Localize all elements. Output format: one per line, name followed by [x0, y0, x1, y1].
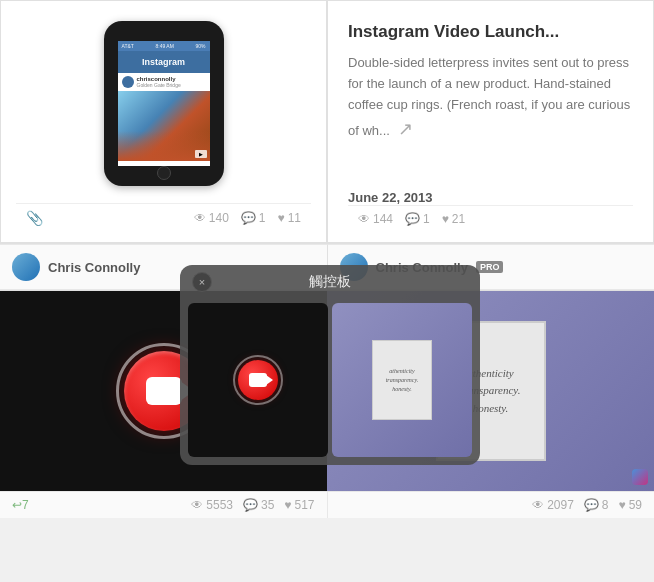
- heart-icon: ♥: [278, 211, 285, 225]
- like-stat-bottom-right: ♥ 59: [619, 498, 642, 512]
- card-top-right-footer: 👁 144 💬 1 ♥ 21: [348, 205, 633, 232]
- card-top-left: AT&T 8:49 AM 90% Instagram chrisconnolly…: [0, 0, 327, 243]
- bottom-stats-row: ↩7 👁 5553 💬 35 ♥ 517 👁 2097 💬: [0, 491, 654, 518]
- bottom-stat-left: ↩7 👁 5553 💬 35 ♥ 517: [0, 492, 328, 518]
- heart-icon-right: ♥: [442, 212, 449, 226]
- modal-thumbnail-left[interactable]: [188, 303, 328, 457]
- user-name-left: Chris Connolly: [48, 260, 140, 275]
- card-top-left-footer: 📎 👁 140 💬 1 ♥ 11: [16, 203, 311, 232]
- close-icon: ×: [199, 276, 205, 288]
- modal-close-button[interactable]: ×: [192, 272, 212, 292]
- view-stat-right: 👁 144: [358, 212, 393, 226]
- cursor-icon: ↗: [398, 115, 413, 144]
- heart-icon-br: ♥: [619, 498, 626, 512]
- like-count: 11: [288, 211, 301, 225]
- instagram-header: Instagram: [118, 51, 210, 73]
- like-stat-bottom-left: ♥ 517: [284, 498, 314, 512]
- phone-post-image: ▶: [118, 91, 210, 161]
- stat-group-left: 👁 5553 💬 35 ♥ 517: [191, 498, 314, 512]
- modal-overlay: × 觸控板 athenticitytransparency.honesty.: [180, 265, 480, 465]
- video-overlay-icon: ▶: [195, 150, 207, 158]
- phone-screen: AT&T 8:49 AM 90% Instagram chrisconnolly…: [118, 41, 210, 166]
- card-top-right: Instagram Video Launch... Double-sided l…: [327, 0, 654, 243]
- article-excerpt: Double-sided letterpress invites sent ou…: [348, 53, 633, 178]
- likes-bottom-left: 517: [294, 498, 314, 512]
- article-title: Instagram Video Launch...: [348, 21, 633, 43]
- phone-home-button: [157, 166, 171, 180]
- attachment-icon: 📎: [26, 210, 43, 226]
- eye-icon: 👁: [194, 211, 206, 225]
- like-stat: ♥ 11: [278, 211, 301, 225]
- footer-stats-right: 👁 144 💬 1 ♥ 21: [358, 212, 465, 226]
- footer-left: 📎: [26, 210, 43, 226]
- modal-thumbnail-right[interactable]: athenticitytransparency.honesty.: [332, 303, 472, 457]
- comments-bottom-left: 35: [261, 498, 274, 512]
- mini-record-inner: [249, 373, 267, 387]
- share-count-left: 7: [22, 498, 29, 512]
- post-user-avatar: [122, 76, 134, 88]
- modal-title: 觸控板: [309, 273, 351, 291]
- modal-content: athenticitytransparency.honesty.: [180, 299, 480, 465]
- eye-icon-bl: 👁: [191, 498, 203, 512]
- post-location: Golden Gate Bridge: [137, 82, 181, 88]
- comment-count: 1: [259, 211, 266, 225]
- comment-stat-right: 💬 1: [405, 212, 430, 226]
- phone-body: AT&T 8:49 AM 90% Instagram chrisconnolly…: [104, 21, 224, 186]
- eye-icon-br: 👁: [532, 498, 544, 512]
- comment-icon-right: 💬: [405, 212, 420, 226]
- view-count-right: 144: [373, 212, 393, 226]
- pro-badge: PRO: [476, 261, 504, 273]
- bottom-stat-right: 👁 2097 💬 8 ♥ 59: [328, 492, 655, 518]
- view-stat-bottom-left: 👁 5553: [191, 498, 233, 512]
- comment-icon-bl: 💬: [243, 498, 258, 512]
- user-avatar-left: [12, 253, 40, 281]
- share-icon-left: ↩7: [12, 498, 29, 512]
- mini-record-button: [238, 360, 278, 400]
- mini-poster-text: athenticitytransparency.honesty.: [386, 367, 419, 394]
- comment-stat-bottom-right: 💬 8: [584, 498, 609, 512]
- phone-mockup: AT&T 8:49 AM 90% Instagram chrisconnolly…: [94, 21, 234, 191]
- heart-icon-bl: ♥: [284, 498, 291, 512]
- article-date: June 22, 2013: [348, 190, 633, 205]
- like-stat-right: ♥ 21: [442, 212, 465, 226]
- instagram-label: Instagram: [142, 57, 185, 67]
- modal-header: × 觸控板: [180, 265, 480, 299]
- like-count-right: 21: [452, 212, 465, 226]
- post-user-row: chrisconnolly Golden Gate Bridge: [118, 73, 210, 91]
- view-stat: 👁 140: [194, 211, 229, 225]
- carrier-label: AT&T: [122, 43, 134, 49]
- comment-count-right: 1: [423, 212, 430, 226]
- comment-stat-bottom-left: 💬 35: [243, 498, 274, 512]
- likes-bottom-right: 59: [629, 498, 642, 512]
- eye-icon-right: 👁: [358, 212, 370, 226]
- footer-stats: 👁 140 💬 1 ♥ 11: [194, 211, 301, 225]
- instagram-badge: [632, 469, 648, 485]
- comments-bottom-right: 8: [602, 498, 609, 512]
- battery-label: 90%: [195, 43, 205, 49]
- comment-stat: 💬 1: [241, 211, 266, 225]
- comment-icon: 💬: [241, 211, 256, 225]
- views-bottom-right: 2097: [547, 498, 574, 512]
- time-label: 8:49 AM: [156, 43, 174, 49]
- views-bottom-left: 5553: [206, 498, 233, 512]
- record-inner: [146, 377, 182, 405]
- stat-group-right: 👁 2097 💬 8 ♥ 59: [532, 498, 642, 512]
- comment-icon-br: 💬: [584, 498, 599, 512]
- view-count: 140: [209, 211, 229, 225]
- phone-status-bar: AT&T 8:49 AM 90%: [118, 41, 210, 51]
- user-avatar-img-left: [12, 253, 40, 281]
- view-stat-bottom-right: 👁 2097: [532, 498, 574, 512]
- mini-poster: athenticitytransparency.honesty.: [372, 340, 432, 420]
